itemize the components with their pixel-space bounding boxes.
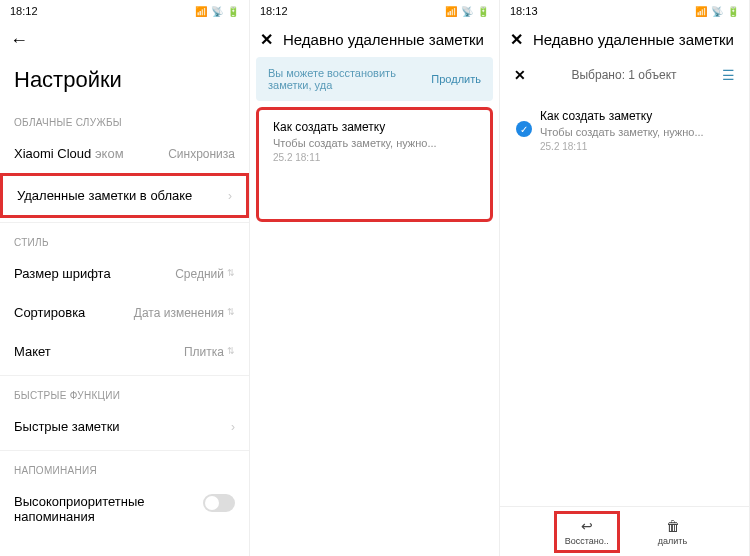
divider <box>0 222 249 223</box>
note-title: Как создать заметку <box>540 109 729 123</box>
bottom-action-bar: ↩ Восстано.. 🗑 далить <box>500 506 749 556</box>
updown-icon: ⇅ <box>227 271 235 276</box>
row-deleted-notes[interactable]: Удаленные заметки в облаке › <box>0 173 249 218</box>
font-label: Размер шрифта <box>14 266 111 281</box>
page-title: Настройки <box>0 59 249 107</box>
row-font-size[interactable]: Размер шрифта Средний⇅ <box>0 254 249 293</box>
layout-label: Макет <box>14 344 51 359</box>
sort-label: Сортировка <box>14 305 85 320</box>
selection-bar: ✕ Выбрано: 1 объект ☰ <box>500 57 749 93</box>
divider <box>0 450 249 451</box>
time: 18:13 <box>510 5 538 17</box>
cancel-selection-icon[interactable]: ✕ <box>514 67 526 83</box>
row-sort[interactable]: Сортировка Дата изменения⇅ <box>0 293 249 332</box>
section-style-label: СТИЛЬ <box>0 227 249 254</box>
deleted-label: Удаленные заметки в облаке <box>17 188 192 203</box>
reminders-label: Высокоприоритетные напоминания <box>14 494 174 524</box>
section-cloud-label: ОБЛАЧНЫЕ СЛУЖБЫ <box>0 107 249 134</box>
note-title: Как создать заметку <box>273 120 476 134</box>
row-reminders[interactable]: Высокоприоритетные напоминания <box>0 482 249 536</box>
updown-icon: ⇅ <box>227 349 235 354</box>
time: 18:12 <box>260 5 288 17</box>
layout-value: Плитка <box>184 345 224 359</box>
note-item-selected[interactable]: ✓ Как создать заметку Чтобы создать заме… <box>506 99 743 162</box>
chevron-right-icon: › <box>228 189 232 203</box>
section-reminders-label: НАПОМИНАНИЯ <box>0 455 249 482</box>
banner-text: Вы можете восстановить заметки, уда <box>268 67 431 91</box>
quick-label: Быстрые заметки <box>14 419 120 434</box>
info-banner[interactable]: Вы можете восстановить заметки, уда Прод… <box>256 57 493 101</box>
screen-settings: 18:12 📶 📡 🔋 ← Настройки ОБЛАЧНЫЕ СЛУЖБЫ … <box>0 0 250 556</box>
signal-icon: 📶 <box>195 6 207 17</box>
header: ✕ Недавно удаленные заметки <box>250 22 499 57</box>
note-date: 25.2 18:11 <box>273 152 476 163</box>
xiaomi-suffix: эком <box>95 146 124 161</box>
close-icon[interactable]: ✕ <box>510 30 523 49</box>
section-quick-label: БЫСТРЫЕ ФУНКЦИИ <box>0 380 249 407</box>
select-all-icon[interactable]: ☰ <box>722 67 735 83</box>
row-xiaomi-cloud[interactable]: Xiaomi Cloud эком Синхрониза <box>0 134 249 173</box>
divider <box>0 375 249 376</box>
delete-button[interactable]: 🗑 далить <box>650 514 695 550</box>
time: 18:12 <box>10 5 38 17</box>
header: ← <box>0 22 249 59</box>
signal-icon: 📶 <box>445 6 457 17</box>
restore-label: Восстано.. <box>565 536 609 546</box>
statusbar: 18:13 📶 📡 🔋 <box>500 0 749 22</box>
note-preview: Чтобы создать заметку, нужно... <box>273 137 476 149</box>
check-icon[interactable]: ✓ <box>516 121 532 137</box>
signal-icon: 📶 <box>695 6 707 17</box>
screen-deleted-list: 18:12 📶 📡 🔋 ✕ Недавно удаленные заметки … <box>250 0 500 556</box>
xiaomi-value: Синхрониза <box>168 147 235 161</box>
wifi-icon: 📡 <box>711 6 723 17</box>
banner-action[interactable]: Продлить <box>431 73 481 85</box>
xiaomi-label: Xiaomi Cloud <box>14 146 91 161</box>
header-title: Недавно удаленные заметки <box>283 31 484 48</box>
statusbar: 18:12 📶 📡 🔋 <box>0 0 249 22</box>
selection-count: Выбрано: 1 объект <box>526 68 722 82</box>
updown-icon: ⇅ <box>227 310 235 315</box>
header: ✕ Недавно удаленные заметки <box>500 22 749 57</box>
battery-icon: 🔋 <box>727 6 739 17</box>
wifi-icon: 📡 <box>461 6 473 17</box>
status-icons: 📶 📡 🔋 <box>195 6 239 17</box>
note-preview: Чтобы создать заметку, нужно... <box>540 126 729 138</box>
status-icons: 📶 📡 🔋 <box>695 6 739 17</box>
row-layout[interactable]: Макет Плитка⇅ <box>0 332 249 371</box>
row-quick-notes[interactable]: Быстрые заметки › <box>0 407 249 446</box>
chevron-right-icon: › <box>231 420 235 434</box>
header-title: Недавно удаленные заметки <box>533 31 734 48</box>
trash-icon: 🗑 <box>666 518 680 534</box>
delete-label: далить <box>658 536 687 546</box>
note-item[interactable]: Как создать заметку Чтобы создать заметк… <box>256 107 493 222</box>
battery-icon: 🔋 <box>227 6 239 17</box>
restore-icon: ↩ <box>581 518 593 534</box>
back-arrow-icon[interactable]: ← <box>10 30 28 51</box>
statusbar: 18:12 📶 📡 🔋 <box>250 0 499 22</box>
wifi-icon: 📡 <box>211 6 223 17</box>
note-date: 25.2 18:11 <box>540 141 729 152</box>
screen-deleted-selection: 18:13 📶 📡 🔋 ✕ Недавно удаленные заметки … <box>500 0 750 556</box>
restore-button[interactable]: ↩ Восстано.. <box>554 511 620 553</box>
status-icons: 📶 📡 🔋 <box>445 6 489 17</box>
close-icon[interactable]: ✕ <box>260 30 273 49</box>
toggle-switch[interactable] <box>203 494 235 512</box>
sort-value: Дата изменения <box>134 306 224 320</box>
font-value: Средний <box>175 267 224 281</box>
battery-icon: 🔋 <box>477 6 489 17</box>
